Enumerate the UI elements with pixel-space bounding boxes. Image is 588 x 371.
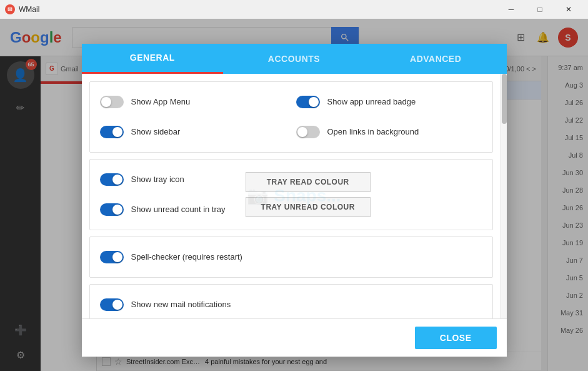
app-settings-columns: Show App Menu Show sidebar <box>100 92 482 142</box>
tray-toggles: Show tray icon Show unread count in tray <box>100 170 226 220</box>
show-app-menu-toggle[interactable] <box>100 96 124 108</box>
tray-read-colour-button[interactable]: TRAY READ COLOUR <box>246 172 371 192</box>
open-links-background-row: Open links in background <box>296 122 482 142</box>
open-links-background-toggle[interactable] <box>296 126 320 138</box>
show-unread-count-toggle[interactable] <box>100 203 124 216</box>
toggle-knob <box>112 175 122 185</box>
app-settings-left: Show App Menu Show sidebar <box>100 92 286 142</box>
tray-buttons: TRAY READ COLOUR TRAY UNREAD COLOUR <box>246 170 371 217</box>
title-bar: ✉ WMail ─ □ ✕ <box>0 0 588 19</box>
spell-checker-section: Spell-checker (requires restart) <box>89 236 493 278</box>
modal-scrollbar[interactable] <box>501 74 507 318</box>
tray-unread-colour-button[interactable]: TRAY UNREAD COLOUR <box>246 197 371 217</box>
modal-content: Show App Menu Show sidebar <box>82 74 501 318</box>
show-sidebar-toggle[interactable] <box>100 126 124 138</box>
spell-checker-toggle[interactable] <box>100 251 124 263</box>
maximize-button[interactable]: □ <box>526 0 554 19</box>
show-app-menu-label: Show App Menu <box>131 97 191 106</box>
show-unread-badge-toggle[interactable] <box>296 96 320 108</box>
show-tray-icon-toggle[interactable] <box>100 173 124 186</box>
app-title: WMail <box>19 5 39 14</box>
settings-modal: GENERAL ACCOUNTS ADVANCED Show App Men <box>82 44 507 357</box>
window-controls: ─ □ ✕ <box>497 0 583 19</box>
open-links-background-label: Open links in background <box>327 127 419 136</box>
toggle-knob <box>309 97 319 107</box>
tab-advanced[interactable]: ADVANCED <box>365 44 507 74</box>
toggle-knob <box>101 97 111 107</box>
notifications-toggle[interactable] <box>100 298 124 311</box>
toggle-knob <box>112 300 122 310</box>
show-sidebar-row: Show sidebar <box>100 122 286 142</box>
window-close-button[interactable]: ✕ <box>554 0 583 19</box>
toggle-knob <box>297 127 307 137</box>
spell-checker-row: Spell-checker (requires restart) <box>100 247 482 267</box>
modal-scrollbar-thumb <box>502 74 507 124</box>
show-sidebar-label: Show sidebar <box>131 127 181 136</box>
tab-general[interactable]: GENERAL <box>82 44 224 74</box>
show-app-menu-row: Show App Menu <box>100 92 286 112</box>
tray-settings-section: Show tray icon Show unread count in tray… <box>89 159 493 230</box>
app-icon: ✉ <box>5 4 15 14</box>
notifications-section: Show new mail notifications <box>89 284 493 318</box>
title-bar-left: ✉ WMail <box>5 4 39 14</box>
show-tray-icon-label: Show tray icon <box>131 175 184 184</box>
show-tray-icon-row: Show tray icon <box>100 170 226 190</box>
minimize-button[interactable]: ─ <box>497 0 526 19</box>
spell-checker-label: Spell-checker (requires restart) <box>131 252 242 262</box>
close-button[interactable]: CLOSE <box>415 327 497 349</box>
notifications-row: Show new mail notifications <box>100 295 482 315</box>
tray-section: Show tray icon Show unread count in tray… <box>100 170 482 220</box>
modal-overlay: GENERAL ACCOUNTS ADVANCED Show App Men <box>0 19 588 371</box>
show-unread-count-label: Show unread count in tray <box>131 205 226 214</box>
show-unread-badge-label: Show app unread badge <box>327 97 416 106</box>
toggle-knob <box>112 252 122 262</box>
app-settings-section: Show App Menu Show sidebar <box>89 81 493 153</box>
modal-tabs: GENERAL ACCOUNTS ADVANCED <box>82 44 507 74</box>
modal-footer: CLOSE <box>82 318 507 357</box>
notifications-label: Show new mail notifications <box>131 300 231 309</box>
tab-accounts[interactable]: ACCOUNTS <box>223 44 365 74</box>
toggle-knob <box>112 205 122 215</box>
modal-body: Show App Menu Show sidebar <box>82 74 507 318</box>
toggle-knob <box>112 127 122 137</box>
show-unread-count-row: Show unread count in tray <box>100 200 226 220</box>
show-unread-badge-row: Show app unread badge <box>296 92 482 112</box>
app-settings-right: Show app unread badge Open links in back… <box>286 92 482 142</box>
